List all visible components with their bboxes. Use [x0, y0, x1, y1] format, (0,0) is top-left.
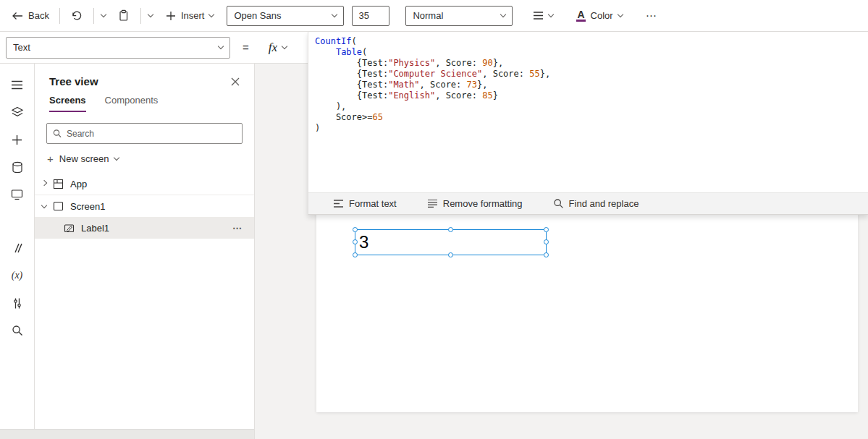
font-color-icon: A — [576, 10, 585, 22]
tree-search-box — [46, 123, 243, 144]
resize-handle-top-right[interactable] — [544, 227, 549, 232]
property-chevron-icon — [218, 43, 224, 49]
resize-handle-middle-right[interactable] — [544, 239, 549, 244]
resize-handle-middle-left[interactable] — [353, 239, 358, 244]
tree-item-app[interactable]: App — [35, 173, 254, 195]
plus-icon — [166, 11, 176, 21]
separator — [93, 8, 94, 24]
tree-view-header: Tree view — [35, 64, 254, 95]
back-button[interactable]: Back — [9, 7, 52, 24]
remove-formatting-icon — [427, 199, 438, 208]
font-family-chevron-icon — [332, 12, 337, 17]
menu-button[interactable] — [0, 71, 35, 98]
insert-panel-button[interactable] — [0, 126, 35, 153]
find-and-replace-button[interactable]: Find and replace — [553, 198, 639, 209]
close-panel-button[interactable] — [229, 76, 241, 88]
tree-item-label: Label1 — [81, 223, 109, 234]
command-bar: Back Insert Open Sans Normal A Color ⋯ — [0, 0, 868, 32]
menu-icon — [11, 80, 23, 90]
data-panel-button[interactable] — [0, 153, 35, 181]
formula-code[interactable]: CountIf( Table( {Test:"Physics", Score: … — [308, 32, 868, 192]
power-automate-icon — [12, 242, 23, 254]
more-commands-label: ⋯ — [646, 9, 657, 22]
tree-item-label: Screen1 — [70, 201, 105, 212]
formula-format-bar: Format text Remove formatting Find and r… — [308, 192, 868, 214]
tab-components[interactable]: Components — [105, 95, 159, 112]
format-text-icon — [333, 199, 344, 208]
separator — [59, 8, 60, 24]
tree-item-screen1[interactable]: Screen1 — [35, 195, 254, 217]
remove-formatting-label: Remove formatting — [443, 198, 523, 209]
paste-menu-chevron-icon[interactable] — [148, 12, 153, 17]
tree-item-label1[interactable]: Label1 ⋯ — [35, 217, 254, 239]
font-family-value: Open Sans — [234, 10, 281, 21]
find-icon — [553, 198, 564, 209]
undo-menu-chevron-icon[interactable] — [101, 12, 106, 17]
tree-item-label: App — [70, 179, 87, 189]
tree-view-button[interactable] — [0, 98, 35, 126]
search-icon — [53, 129, 62, 138]
alignment-button[interactable] — [530, 8, 556, 23]
find-and-replace-label: Find and replace — [569, 198, 639, 209]
property-select[interactable]: Text — [6, 37, 230, 59]
resize-handle-top-middle[interactable] — [448, 227, 453, 232]
resize-handle-top-left[interactable] — [353, 227, 358, 232]
plus-icon: + — [47, 155, 54, 163]
variables-icon: (x) — [12, 270, 23, 281]
insert-button[interactable]: Insert — [163, 7, 217, 24]
chevron-down-icon[interactable] — [41, 202, 47, 208]
label1-control[interactable]: 3 — [355, 229, 547, 255]
color-label: Color — [591, 10, 613, 21]
search-button[interactable] — [0, 317, 35, 344]
property-value: Text — [13, 42, 30, 53]
fx-label: fx — [269, 41, 277, 55]
insert-chevron-icon — [208, 12, 214, 17]
remove-formatting-button[interactable]: Remove formatting — [427, 198, 523, 209]
arrow-left-icon — [12, 12, 23, 20]
tree-view-icon — [11, 106, 24, 119]
text-style-value: Normal — [413, 10, 443, 21]
clipboard-icon — [117, 9, 130, 22]
app-icon — [53, 179, 64, 189]
text-style-select[interactable]: Normal — [405, 6, 513, 26]
more-commands-button[interactable]: ⋯ — [643, 7, 660, 25]
color-button[interactable]: A Color — [573, 7, 625, 25]
insert-label: Insert — [181, 10, 205, 21]
variables-button[interactable]: (x) — [0, 262, 35, 289]
resize-handle-bottom-left[interactable] — [353, 252, 358, 257]
text-style-chevron-icon — [500, 12, 506, 17]
tab-screens[interactable]: Screens — [49, 95, 86, 112]
close-icon — [231, 77, 240, 86]
insert-icon — [12, 135, 22, 145]
advanced-tools-icon — [12, 297, 23, 310]
label-icon — [64, 223, 75, 234]
tree-search-input[interactable] — [67, 129, 236, 139]
left-rail: (x) — [0, 64, 35, 439]
tree-view-tabs: Screens Components — [35, 95, 254, 112]
undo-button[interactable] — [67, 7, 86, 25]
align-lines-icon — [533, 11, 544, 20]
media-panel-button[interactable] — [0, 181, 35, 208]
chevron-right-icon[interactable] — [41, 179, 47, 185]
new-screen-button[interactable]: + New screen — [35, 144, 254, 173]
power-automate-button[interactable] — [0, 234, 35, 262]
formula-editor: CountIf( Table( {Test:"Physics", Score: … — [308, 32, 868, 215]
format-text-button[interactable]: Format text — [333, 198, 397, 209]
equals-sign: = — [243, 41, 249, 54]
font-size-input[interactable] — [352, 6, 389, 26]
panel-scrollbar[interactable] — [0, 429, 255, 439]
resize-handle-bottom-right[interactable] — [544, 252, 549, 257]
color-chevron-icon — [617, 12, 623, 17]
item-more-button[interactable]: ⋯ — [232, 223, 254, 234]
panel-title: Tree view — [49, 75, 98, 88]
data-icon — [12, 161, 23, 174]
font-family-select[interactable]: Open Sans — [227, 6, 344, 26]
media-icon — [11, 189, 23, 200]
paste-button[interactable] — [114, 7, 133, 25]
back-label: Back — [28, 10, 49, 21]
advanced-tools-button[interactable] — [0, 289, 35, 317]
separator — [140, 8, 141, 24]
fx-dropdown[interactable]: fx — [269, 41, 287, 55]
resize-handle-bottom-middle[interactable] — [448, 252, 453, 257]
alignment-chevron-icon — [548, 12, 554, 17]
